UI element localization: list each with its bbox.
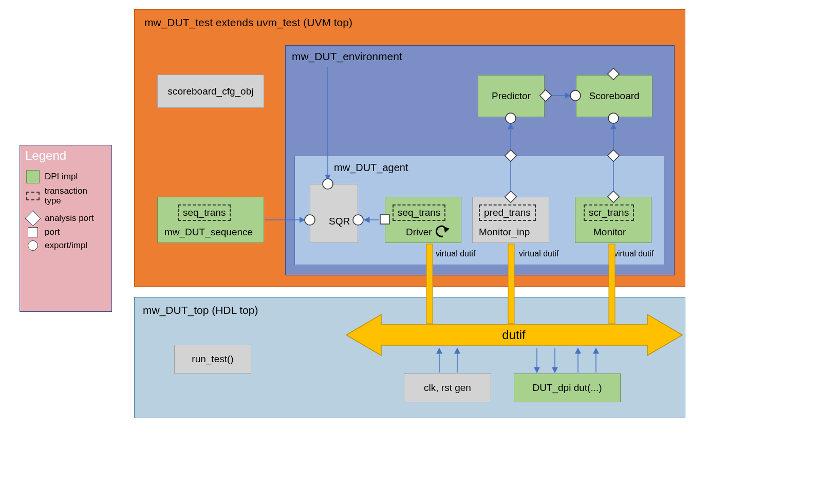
legend-export: export/impl [26,240,105,251]
env-title: mw_DUT_environment [292,50,402,63]
sqr-box [310,184,358,243]
clk-rst-box: clk, rst gen [404,374,491,402]
hdl-top-title: mw_DUT_top (HDL top) [143,304,258,316]
scoreboard-cfg-box: scoreboard_cfg_obj [157,74,264,108]
monitor-inp-label: Monitor_inp [479,227,530,238]
run-test-label: run_test() [192,353,233,365]
scoreboard-cfg-label: scoreboard_cfg_obj [168,86,254,97]
dut-dpi-label: DUT_dpi dut(...) [532,382,602,394]
run-test-box: run_test() [174,345,251,374]
legend-port-label: port [45,227,60,237]
monitor-inp-trans-label: pred_trans [484,207,531,218]
legend-port: port [26,227,105,237]
sequence-trans-label: seq_trans [183,207,226,218]
legend-panel: Legend DPI impl transaction type analysi… [20,145,112,312]
legend-export-label: export/impl [45,240,87,251]
vdif-driver: virtual dutif [436,249,475,258]
legend-title: Legend [20,145,111,167]
legend-analysis-port: analysis port [26,213,105,224]
scoreboard-box: Scoreboard [576,75,652,117]
square-icon [28,227,38,237]
vdif-moninp: virtual dutif [519,249,558,258]
monitor-trans-label: scr_trans [589,207,629,218]
legend-dpi-label: DPI impl [45,172,78,182]
monitor-label: Monitor [593,227,626,238]
sequence-label: mw_DUT_sequence [164,227,253,238]
sequence-trans: seq_trans [178,204,231,221]
diamond-icon [25,211,41,227]
monitor-inp-trans: pred_trans [479,204,536,221]
clk-rst-label: clk, rst gen [424,382,471,394]
dut-dpi-box: DUT_dpi dut(...) [514,374,621,402]
predictor-label: Predictor [492,90,531,102]
agent-title: mw_DUT_agent [334,162,408,174]
scoreboard-label: Scoreboard [589,90,639,102]
legend-trans-label: transaction type [45,186,105,206]
circle-icon [28,240,38,251]
driver-trans: seq_trans [393,204,445,221]
legend-green-swatch [26,170,40,183]
legend-dpi: DPI impl [26,170,105,183]
vdif-mon: virtual dutif [614,249,654,258]
legend-dashed-swatch [26,192,40,200]
predictor-box: Predictor [478,75,545,117]
uvm-top-title: mw_DUT_test extends uvm_test (UVM top) [144,16,352,29]
legend-ap-label: analysis port [45,213,94,223]
driver-trans-label: seq_trans [398,207,440,218]
legend-trans-type: transaction type [26,186,105,206]
sqr-label: SQR [329,216,350,227]
monitor-trans: scr_trans [584,204,634,221]
driver-label: Driver [406,227,432,238]
